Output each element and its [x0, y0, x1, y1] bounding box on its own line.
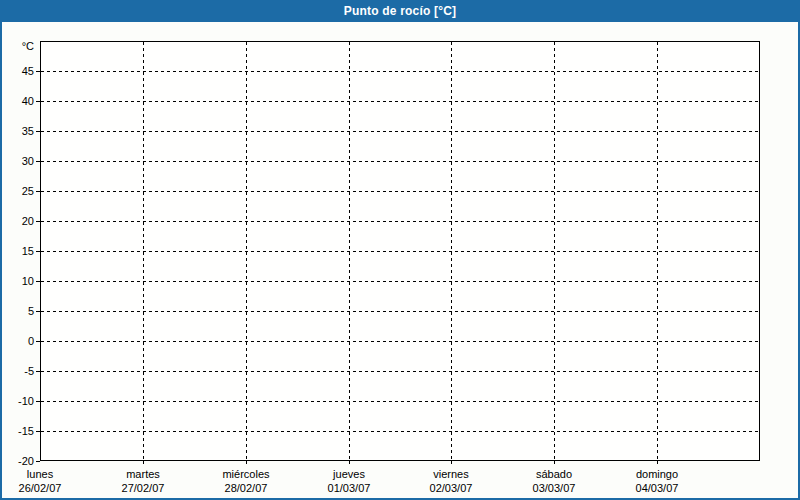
x-gridline	[451, 42, 452, 460]
x-tick	[554, 461, 555, 464]
x-gridline	[143, 42, 144, 460]
y-axis-unit-label: °C	[2, 39, 34, 53]
plot-area	[40, 41, 760, 461]
y-gridline	[41, 281, 759, 282]
y-tick	[36, 461, 40, 462]
x-day-label: viernes	[391, 467, 511, 481]
y-tick	[36, 131, 40, 132]
y-tick-label: -15	[2, 424, 34, 438]
y-tick-label: 45	[2, 64, 34, 78]
y-tick-label: 30	[2, 154, 34, 168]
y-gridline	[41, 131, 759, 132]
y-tick	[36, 371, 40, 372]
y-tick-label: 0	[2, 334, 34, 348]
y-tick	[36, 101, 40, 102]
y-tick-label: 20	[2, 214, 34, 228]
x-gridline	[657, 42, 658, 460]
y-min-label: -20	[2, 454, 34, 468]
x-tick	[657, 461, 658, 464]
y-gridline	[41, 431, 759, 432]
y-tick	[36, 341, 40, 342]
x-day-label: domingo	[597, 467, 717, 481]
chart-window: Punto de rocío [°C] 454035302520151050-5…	[0, 0, 800, 500]
y-gridline	[41, 371, 759, 372]
y-tick-label: 25	[2, 184, 34, 198]
y-tick	[36, 221, 40, 222]
y-gridline	[41, 251, 759, 252]
chart-title-bar: Punto de rocío [°C]	[0, 0, 800, 22]
x-tick	[349, 461, 350, 464]
y-gridline	[41, 191, 759, 192]
x-date-label: 27/02/07	[83, 481, 203, 495]
y-tick-label: -5	[2, 364, 34, 378]
x-tick	[246, 461, 247, 464]
x-date-label: 28/02/07	[186, 481, 306, 495]
y-gridline	[41, 71, 759, 72]
x-day-label: martes	[83, 467, 203, 481]
x-date-label: 04/03/07	[597, 481, 717, 495]
x-date-label: 03/03/07	[494, 481, 614, 495]
y-tick	[36, 401, 40, 402]
x-day-label: miércoles	[186, 467, 306, 481]
y-tick-label: 15	[2, 244, 34, 258]
y-gridline	[41, 341, 759, 342]
y-tick-label: 5	[2, 304, 34, 318]
x-gridline	[246, 42, 247, 460]
y-gridline	[41, 101, 759, 102]
y-tick	[36, 311, 40, 312]
y-tick	[36, 71, 40, 72]
y-tick-label: 40	[2, 94, 34, 108]
y-gridline	[41, 221, 759, 222]
y-tick-label: 35	[2, 124, 34, 138]
y-tick-label: 10	[2, 274, 34, 288]
chart-title: Punto de rocío [°C]	[344, 4, 457, 18]
y-tick-label: -10	[2, 394, 34, 408]
x-tick	[451, 461, 452, 464]
y-tick	[36, 161, 40, 162]
y-gridline	[41, 161, 759, 162]
y-tick	[36, 191, 40, 192]
x-day-label: sábado	[494, 467, 614, 481]
y-gridline	[41, 311, 759, 312]
y-tick	[36, 251, 40, 252]
y-tick	[36, 431, 40, 432]
x-gridline	[349, 42, 350, 460]
y-gridline	[41, 401, 759, 402]
y-tick	[36, 281, 40, 282]
x-gridline	[554, 42, 555, 460]
x-tick	[143, 461, 144, 464]
x-date-label: 02/03/07	[391, 481, 511, 495]
